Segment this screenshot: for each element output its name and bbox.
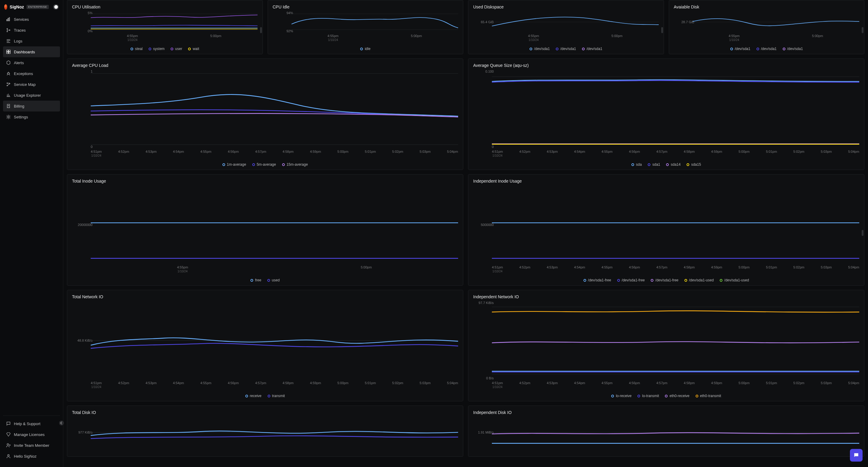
legend-item[interactable]: /dev/sda1-free xyxy=(584,278,611,282)
sidebar-item-label: Dashboards xyxy=(14,50,35,54)
legend-item[interactable]: 15m-average xyxy=(282,162,308,166)
legend-item[interactable]: /dev/sda1 xyxy=(556,47,576,51)
chart-area[interactable]: 10 4:51pm1/10/244:52pm4:53pm4:54pm4:55pm… xyxy=(72,70,458,154)
collapse-sidebar-button[interactable] xyxy=(59,421,64,426)
chart-area[interactable]: 97.7 KiB/s0 B/s 4:51pm1/10/244:52pm4:53p… xyxy=(473,301,859,385)
legend-item[interactable]: eth0-transmit xyxy=(695,394,721,398)
x-tick: 4:55pm xyxy=(200,381,212,389)
scrollbar-hint[interactable] xyxy=(661,27,663,33)
legend-item[interactable]: transmit xyxy=(268,394,285,398)
legend-label: /dev/sda1-used xyxy=(724,278,749,282)
scrollbar-hint[interactable] xyxy=(862,230,864,236)
sidebar-item-help-support[interactable]: Help & Support xyxy=(3,418,60,429)
legend-item[interactable]: 1m-average xyxy=(222,162,246,166)
legend-dot-icon xyxy=(222,163,225,166)
y-tick: 5000000 xyxy=(472,223,494,226)
sidebar-item-traces[interactable]: Traces xyxy=(3,25,60,36)
y-tick: 65.4 GiB xyxy=(472,20,494,24)
legend-item[interactable]: wait xyxy=(188,47,199,51)
x-tick: 4:55pm xyxy=(177,266,188,269)
sidebar-item-logs[interactable]: Logs xyxy=(3,36,60,46)
y-tick: 5% xyxy=(71,11,93,15)
x-tick: 5:02pm xyxy=(793,265,804,273)
legend-dot-icon xyxy=(648,163,650,166)
x-tick: 4:55pm xyxy=(601,381,613,389)
legend-item[interactable]: sda xyxy=(631,162,642,166)
legend-label: wait xyxy=(193,47,199,51)
legend-item[interactable]: /dev/sda1 xyxy=(756,47,777,51)
scrollbar-hint[interactable] xyxy=(260,27,262,33)
y-tick: 0.100 xyxy=(472,70,494,73)
legend-item[interactable]: idle xyxy=(360,47,370,51)
legend: /dev/sda1-free/dev/sda1-free/dev/sda1-fr… xyxy=(473,278,859,282)
legend-item[interactable]: /dev/sda1-used xyxy=(720,278,749,282)
legend-item[interactable]: /dev/sda1 xyxy=(530,47,550,51)
sidebar-item-alerts[interactable]: Alerts xyxy=(3,57,60,68)
y-tick: 48.8 KiB/s xyxy=(71,339,93,342)
legend-label: /dev/sda1-free xyxy=(655,278,678,282)
legend-label: eth0-transmit xyxy=(700,394,721,398)
chart-area[interactable]: 65.4 GiB 4:55pm1/10/245:00pm xyxy=(473,11,659,38)
sidebar-item-settings[interactable]: Settings xyxy=(3,112,60,122)
x-tick: 5:03pm xyxy=(821,150,832,158)
legend-item[interactable]: used xyxy=(267,278,280,282)
x-tick: 5:00pm xyxy=(738,381,749,389)
x-tick: 5:01pm xyxy=(766,150,777,158)
legend: freeused xyxy=(72,278,458,282)
x-tick: 5:02pm xyxy=(392,150,403,158)
sidebar-item-label: Logs xyxy=(14,39,22,43)
chart-area[interactable]: 5000000 4:51pm1/10/244:52pm4:53pm4:54pm4… xyxy=(473,185,859,270)
legend-item[interactable]: /dev/sda1 xyxy=(730,47,750,51)
bug-icon xyxy=(6,71,11,76)
legend-item[interactable]: receive xyxy=(245,394,261,398)
x-tick: 5:00pm xyxy=(361,266,372,269)
legend: idle xyxy=(273,47,458,51)
legend-item[interactable]: /dev/sda1 xyxy=(582,47,602,51)
chart-area[interactable]: 5%0% 4:55pm1/10/245:00pm xyxy=(72,11,258,38)
legend-item[interactable]: /dev/sda1-free xyxy=(651,278,678,282)
legend-item[interactable]: free xyxy=(250,278,261,282)
x-tick: 4:58pm xyxy=(283,381,294,389)
sidebar-item-usage-explorer[interactable]: Usage Explorer xyxy=(3,90,60,101)
sidebar-item-services[interactable]: Services xyxy=(3,14,60,25)
legend-item[interactable]: eth0-receive xyxy=(665,394,689,398)
x-tick: 4:51pm1/10/24 xyxy=(492,150,503,158)
legend-item[interactable]: /dev/sda1 xyxy=(783,47,803,51)
legend-item[interactable]: sda1 xyxy=(648,162,660,166)
legend-item[interactable]: 5m-average xyxy=(252,162,276,166)
legend-item[interactable]: steal xyxy=(130,47,143,51)
legend-item[interactable]: system xyxy=(149,47,164,51)
legend-label: lo-receive xyxy=(616,394,631,398)
sidebar-item-invite-team-member[interactable]: Invite Team Member xyxy=(3,440,60,451)
sidebar-item-dashboards[interactable]: Dashboards xyxy=(3,46,60,57)
sidebar-item-exceptions[interactable]: Exceptions xyxy=(3,68,60,79)
legend-item[interactable]: lo-receive xyxy=(611,394,631,398)
legend-item[interactable]: lo-transmit xyxy=(638,394,659,398)
legend-label: free xyxy=(255,278,261,282)
chart-area[interactable]: 1.91 MiB/s xyxy=(473,417,859,454)
sidebar-item-manage-licenses[interactable]: Manage Licenses xyxy=(3,429,60,440)
chart-area[interactable]: 28.7 GiB 4:55pm1/10/245:00pm xyxy=(674,11,860,38)
chart-area[interactable]: 94%92% 4:55pm1/10/245:00pm xyxy=(273,11,458,38)
y-tick: 97.7 KiB/s xyxy=(472,301,494,305)
theme-toggle[interactable] xyxy=(53,4,59,10)
chat-button[interactable] xyxy=(850,449,863,462)
sidebar-item-hello-signoz[interactable]: Hello SigNoz xyxy=(3,451,60,462)
scrollbar-hint[interactable] xyxy=(862,27,864,33)
chart-area[interactable]: 20000000 4:55pm1/10/245:00pm xyxy=(72,185,458,270)
legend-item[interactable]: user xyxy=(170,47,182,51)
legend-item[interactable]: /dev/sda1-used xyxy=(684,278,714,282)
legend-dot-icon xyxy=(783,48,785,50)
branch-icon xyxy=(6,28,11,33)
chart-area[interactable]: 977 KiB/s xyxy=(72,417,458,454)
legend-item[interactable]: sda15 xyxy=(687,162,701,166)
legend-item[interactable]: /dev/sda1-free xyxy=(617,278,645,282)
sidebar-item-billing[interactable]: Billing xyxy=(3,101,60,112)
x-date: 1/10/24 xyxy=(729,38,740,42)
legend-item[interactable]: sda14 xyxy=(666,162,681,166)
chart-area[interactable]: 0.1000 4:51pm1/10/244:52pm4:53pm4:54pm4:… xyxy=(473,70,859,154)
chart-area[interactable]: 48.8 KiB/s 4:51pm1/10/244:52pm4:53pm4:54… xyxy=(72,301,458,385)
sidebar-item-label: Hello SigNoz xyxy=(14,454,36,459)
legend-dot-icon xyxy=(250,279,253,282)
sidebar-item-service-map[interactable]: Service Map xyxy=(3,79,60,90)
